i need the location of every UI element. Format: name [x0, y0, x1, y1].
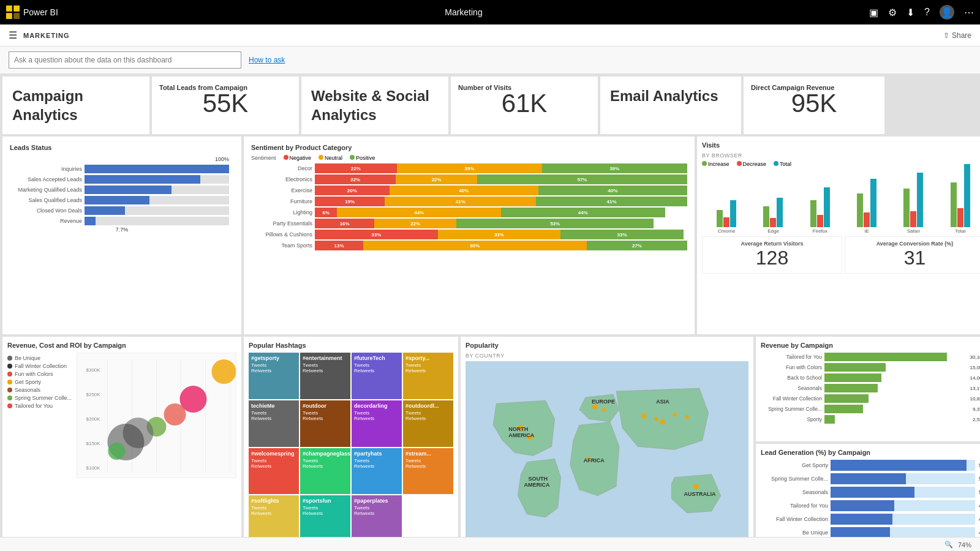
sentiment-bar-row: Party Essentials 16% 22% 53% [251, 219, 687, 228]
qabar: How to ask [0, 47, 980, 74]
sentiment-bar-row: Pillows & Cushions 33% 33% 33% [251, 230, 687, 239]
hashtag-tile[interactable]: #outdoordl...TweetsRetweets [403, 400, 453, 447]
hashtag-tile[interactable]: #champagneglassTweetsRetweets [300, 448, 350, 495]
sentiment-bar-row: Team Sports 13% 60% 27% [251, 241, 687, 250]
svg-text:ASIA: ASIA [656, 399, 669, 405]
sentiment-label: Sentiment [251, 155, 276, 161]
hashtag-tile[interactable]: #softlightsTweetsRetweets [249, 495, 299, 537]
svg-text:SOUTH: SOUTH [528, 476, 548, 482]
svg-text:$300K: $300K [86, 367, 101, 373]
lead-gen-bar-row: Seasonals58 [761, 487, 980, 498]
avg-cards: Average Return Visitors 128 Average Conv… [702, 236, 980, 274]
direct-revenue-value: 95K [751, 91, 877, 116]
visits-browser-subtitle: BY BROWSER [702, 152, 980, 159]
leads-7pct: 7.7% [15, 227, 229, 233]
visits-bar-col: Firefox [798, 163, 842, 234]
hashtag-tile[interactable]: #getsportyTweetsRetweets [249, 353, 299, 399]
svg-point-21 [108, 443, 126, 460]
revenue-campaign-card: Revenue by Campaign Tailored for You30,1… [756, 337, 980, 441]
lead-gen-title: Lead Generation (%) by Campaign [761, 449, 980, 456]
hashtag-tile[interactable]: #stream...TweetsRetweets [403, 448, 453, 495]
revenue-bar-row: Fun with Colors15,054 [761, 363, 980, 372]
hashtag-tile[interactable]: #partyhatsTweetsRetweets [352, 448, 402, 495]
hashtag-tile[interactable]: #outdoorTweetsRetweets [300, 400, 350, 447]
svg-rect-1 [13, 6, 20, 12]
svg-rect-0 [6, 6, 12, 12]
svg-text:$200K: $200K [86, 416, 101, 422]
avg-conversion-card: Average Conversion Rate (%) 31 [845, 236, 980, 274]
sentiment-title: Sentiment by Product Category [251, 144, 687, 151]
website-social-title: Website & Social Analytics [311, 86, 439, 124]
svg-point-27 [654, 417, 658, 421]
svg-text:AUSTRALIA: AUSTRALIA [684, 491, 717, 497]
hashtags-card: Popular Hashtags #getsportyTweetsRetweet… [244, 337, 458, 537]
neg-legend: Negative [284, 155, 312, 161]
hashtag-tile[interactable]: #futureTechTweetsRetweets [352, 353, 402, 399]
help-icon[interactable]: ? [924, 7, 930, 18]
settings-icon[interactable]: ⚙ [888, 7, 897, 18]
revenue-campaign-title: Revenue by Campaign [761, 342, 980, 349]
direct-revenue-card: Direct Campaign Revenue 95K [744, 77, 884, 134]
svg-text:NORTH: NORTH [508, 427, 528, 433]
email-analytics-title-card: Email Analytics [600, 77, 741, 134]
hashtag-tile[interactable]: #welcomespringTweetsRetweets [249, 448, 299, 495]
leads-bar-row: Sales Accepted Leads [15, 175, 229, 184]
avg-return-label: Average Return Visitors [706, 241, 838, 247]
revenue-cost-card: Revenue, Cost and ROI by Campaign Be Uni… [2, 337, 241, 537]
user-icon[interactable]: 👤 [940, 5, 954, 20]
lead-gen-bars: Get Sporty94Spring Summer Colle...52Seas… [761, 460, 980, 537]
monitor-icon[interactable]: ▣ [869, 7, 878, 18]
how-to-ask-link[interactable]: How to ask [249, 56, 285, 64]
roi-legend-item: Fun with Colors [7, 371, 72, 377]
qa-input[interactable] [9, 51, 241, 69]
svg-point-28 [660, 419, 665, 424]
leads-bar-row: Inquiries [15, 165, 229, 173]
roi-legend-item: Get Sporty [7, 379, 72, 385]
topbar: Power BI Marketing ▣ ⚙ ⬇ ? 👤 ⋯ [0, 0, 980, 24]
popularity-subtitle: BY COUNTRY [466, 353, 748, 359]
leads-bar-row: Revenue [15, 217, 229, 225]
more-icon[interactable]: ⋯ [964, 7, 974, 18]
zoom-label: 74% [958, 541, 971, 549]
lead-gen-card: Lead Generation (%) by Campaign Get Spor… [756, 444, 980, 537]
roi-legend-item: Spring Summer Colle... [7, 395, 72, 401]
download-icon[interactable]: ⬇ [907, 7, 914, 18]
visits-bar-col: Total [938, 163, 980, 234]
lead-gen-bar-row: Get Sporty94 [761, 460, 980, 471]
svg-text:EUROPE: EUROPE [592, 399, 615, 405]
sentiment-bar-row: Decor 22% 39% 39% [251, 163, 687, 173]
zoom-icon[interactable]: 🔍 [944, 541, 953, 549]
app-logo: Power BI [6, 6, 58, 19]
hashtag-tile[interactable]: techieMeTweetsRetweets [249, 400, 299, 447]
roi-legend-item: Be Unique [7, 355, 72, 361]
visits-bar-col: IE [845, 163, 889, 234]
roi-legend-item: Seasonals [7, 387, 72, 393]
campaign-analytics-card: Campaign Analytics [2, 77, 149, 134]
svg-point-25 [602, 408, 606, 411]
popularity-card: Popularity BY COUNTRY [461, 337, 753, 537]
sentiment-bars: Decor 22% 39% 39% Electronics 22% 22% 57… [251, 163, 687, 250]
svg-point-17 [164, 403, 186, 425]
hamburger-icon[interactable]: ☰ [9, 29, 17, 41]
share-button[interactable]: ⇧ Share [943, 31, 971, 40]
svg-rect-2 [6, 13, 12, 19]
hashtag-tile[interactable]: #paperplatesTweetsRetweets [352, 495, 402, 537]
leads-100pct: 100% [15, 156, 229, 162]
avg-conversion-value: 31 [849, 247, 980, 269]
visits-value: 61K [458, 91, 590, 116]
hashtag-tile[interactable]: #entertainmentTweetsRetweets [300, 353, 350, 399]
total-leads-card: Total Leads from Campaign 55K [152, 77, 299, 134]
hashtag-tile[interactable]: decordarlingTweetsRetweets [352, 400, 402, 447]
hashtag-tile[interactable]: #sportsfunTweetsRetweets [300, 495, 350, 537]
revenue-bar-row: Tailored for You30,169 [761, 353, 980, 361]
leads-status-card: Leads Status 100% InquiriesSales Accepte… [2, 137, 241, 334]
bottombar: 🔍 74% [0, 537, 980, 551]
subbar-title: MARKETING [23, 32, 937, 39]
revenue-bar-row: Fall Winter Collection10,824 [761, 394, 980, 403]
app-name: Power BI [23, 7, 58, 17]
revenue-bar-row: Seasonals13,172 [761, 384, 980, 392]
svg-text:AMERICA: AMERICA [524, 482, 550, 488]
hashtag-tile[interactable]: #sporty...TweetsRetweets [403, 353, 453, 399]
total-leads-value: 55K [159, 91, 292, 116]
sentiment-legend: Sentiment Negative Neutral Positive [251, 155, 687, 161]
